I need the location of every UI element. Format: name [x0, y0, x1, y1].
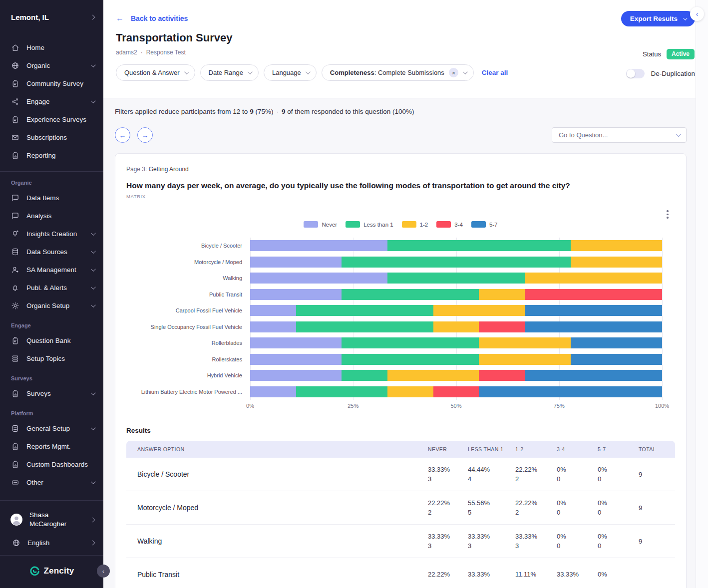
sidebar-collapse-button[interactable]: ‹ [97, 565, 110, 578]
filter-chip-question-answer[interactable]: Question & Answer [116, 64, 195, 81]
bar-segment-less-than-1[interactable] [296, 321, 433, 332]
next-question-button[interactable]: → [137, 127, 153, 143]
bar-segment-1-2[interactable] [387, 386, 433, 397]
avatar [10, 513, 23, 526]
export-results-button[interactable]: Export Results [621, 11, 695, 26]
kebab-menu-icon[interactable] [664, 210, 671, 219]
back-to-activities-link[interactable]: ← Back to activities [116, 14, 188, 23]
sidebar-item-surveys[interactable]: Surveys [0, 384, 103, 402]
sidebar-item-setup-topics[interactable]: Setup Topics [0, 349, 103, 367]
subtitle-separator: · [141, 49, 143, 56]
bar-segment-5-7[interactable] [571, 337, 662, 348]
bar-segment-5-7[interactable] [479, 386, 662, 397]
prev-question-button[interactable]: ← [115, 127, 130, 143]
filter-chip-language[interactable]: Language [264, 64, 317, 81]
bar-segment-5-7[interactable] [525, 321, 662, 332]
sidebar-item-home[interactable]: Home [0, 38, 103, 56]
sidebar-item-general-setup[interactable]: General Setup [0, 419, 103, 437]
city-selector[interactable]: Lemont, IL [0, 0, 103, 24]
bar-segment-less-than-1[interactable] [296, 305, 433, 316]
toggle-knob [627, 69, 635, 78]
bar-segment-never[interactable] [250, 305, 296, 316]
right-gutter: ‹ [696, 0, 708, 588]
sidebar-item-other[interactable]: Other [0, 473, 103, 491]
bar-segment-less-than-1[interactable] [342, 337, 479, 348]
bar-segment-never[interactable] [250, 337, 342, 348]
bar-segment-5-7[interactable] [571, 354, 662, 365]
bar-segment-3-4[interactable] [479, 370, 525, 381]
bar-segment-1-2[interactable] [479, 289, 525, 300]
bar-segment-never[interactable] [250, 289, 342, 300]
dedup-toggle[interactable] [626, 69, 645, 78]
user-menu[interactable]: Shasa McCarogher [10, 508, 94, 532]
sidebar-item-community-survey[interactable]: Community Survey [0, 74, 103, 92]
filter-chip-date-range[interactable]: Date Range [200, 64, 259, 81]
bar-segment-1-2[interactable] [571, 240, 662, 251]
value-cell: 44.44%4 [468, 465, 515, 484]
results-table-header: ANSWER OPTIONNEVERLESS THAN 11-23-45-7TO… [126, 441, 675, 458]
cell-count: 3 [515, 541, 557, 551]
bar-segment-5-7[interactable] [525, 305, 662, 316]
go-to-question-select[interactable]: Go to Question... [552, 127, 687, 143]
bar-segment-less-than-1[interactable] [342, 354, 479, 365]
column-header-less-than-1: LESS THAN 1 [468, 446, 515, 452]
bar-segment-1-2[interactable] [387, 370, 479, 381]
bar-segment-3-4[interactable] [525, 289, 662, 300]
language-selector[interactable]: English [0, 534, 103, 555]
sidebar-item-analysis[interactable]: Analysis [0, 207, 103, 225]
bar-segment-less-than-1[interactable] [296, 386, 387, 397]
sidebar-item-data-sources[interactable]: Data Sources [0, 243, 103, 261]
bar-segment-1-2[interactable] [479, 337, 570, 348]
sidebar-item-reporting[interactable]: Reporting [0, 146, 103, 164]
globe-icon [12, 539, 20, 547]
total-cell: 9 [639, 504, 675, 512]
user-block: Shasa McCarogher [0, 500, 103, 534]
database-icon [11, 424, 19, 433]
cell-percent: 33.33% [428, 465, 468, 475]
chevron-down-icon [184, 69, 189, 74]
sidebar-item-subscriptions[interactable]: Subscriptions [0, 128, 103, 146]
filter-chip-completeness[interactable]: Completeness: Complete Submissions× [322, 64, 474, 81]
bar-segment-less-than-1[interactable] [342, 257, 570, 268]
bar-segment-never[interactable] [250, 370, 342, 381]
city-name: Lemont, IL [11, 13, 49, 21]
sidebar-item-data-items[interactable]: Data Items [0, 189, 103, 207]
bar-segment-never[interactable] [250, 321, 296, 332]
bar-segment-never[interactable] [250, 354, 342, 365]
sidebar-item-publ-alerts[interactable]: Publ. & Alerts [0, 279, 103, 296]
bar-segment-less-than-1[interactable] [387, 273, 525, 284]
bar-segment-1-2[interactable] [571, 257, 662, 268]
bar-segment-never[interactable] [250, 257, 342, 268]
sidebar-item-engage[interactable]: Engage [0, 92, 103, 110]
sidebar-item-question-bank[interactable]: Question Bank [0, 331, 103, 349]
cell-percent: 22.22% [428, 570, 468, 580]
bar-segment-5-7[interactable] [525, 370, 662, 381]
sidebar-section-label-surveys: Surveys [0, 375, 103, 381]
bar-segment-less-than-1[interactable] [342, 370, 387, 381]
cell-percent: 55.56% [468, 498, 515, 508]
bar-segment-less-than-1[interactable] [387, 240, 571, 251]
clear-all-filters-link[interactable]: Clear all [482, 69, 508, 76]
bar-segment-1-2[interactable] [525, 273, 662, 284]
bar-segment-1-2[interactable] [433, 321, 479, 332]
chart-category-label: Motorcycle / Moped [126, 254, 250, 271]
bar-segment-1-2[interactable] [479, 354, 570, 365]
sidebar-item-experience-surveys[interactable]: Experience Surveys [0, 110, 103, 128]
database-icon [11, 248, 19, 256]
bar-segment-less-than-1[interactable] [342, 289, 479, 300]
sidebar-item-reports-mgmt[interactable]: Reports Mgmt. [0, 437, 103, 455]
remove-filter-icon[interactable]: × [449, 68, 458, 77]
sidebar-item-sa-management[interactable]: SA Management [0, 261, 103, 279]
bar-segment-3-4[interactable] [479, 321, 525, 332]
sidebar-item-organic[interactable]: Organic [0, 56, 103, 74]
bar-segment-3-4[interactable] [433, 386, 479, 397]
sidebar-item-insights-creation[interactable]: Insights Creation [0, 225, 103, 243]
sidebar-item-organic-setup[interactable]: Organic Setup [0, 296, 103, 314]
bar-segment-never[interactable] [250, 386, 296, 397]
bar-segment-1-2[interactable] [433, 305, 525, 316]
bar-segment-never[interactable] [250, 273, 387, 284]
bar-segment-never[interactable] [250, 240, 387, 251]
panel-collapse-button[interactable]: ‹ [690, 7, 704, 21]
chart-bar-row [250, 351, 662, 368]
sidebar-item-custom-dashboards[interactable]: Custom Dashboards [0, 455, 103, 473]
